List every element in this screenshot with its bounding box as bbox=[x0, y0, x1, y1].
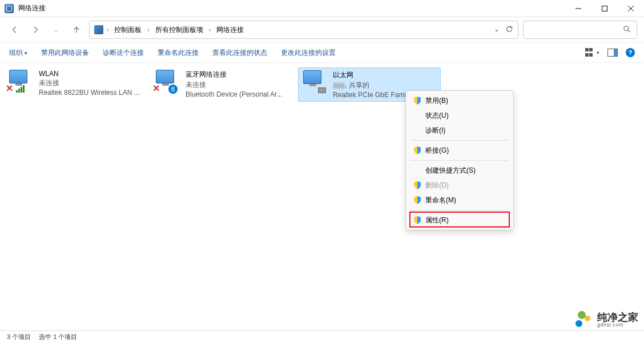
connection-wlan[interactable]: ✕ WLAN 未连接 Realtek 8822BU Wireless LAN .… bbox=[5, 67, 147, 99]
dropdown-icon[interactable]: ⌄ bbox=[494, 25, 500, 35]
ctx-label: 属性(R) bbox=[425, 216, 449, 225]
connection-bluetooth[interactable]: ✕ B 蓝牙网络连接 未连接 Bluetooth Device (Persona… bbox=[151, 67, 294, 101]
folder-icon bbox=[94, 25, 103, 34]
watermark-text-en: gdhst.com bbox=[597, 322, 638, 328]
back-button[interactable] bbox=[7, 22, 23, 38]
bluetooth-icon: ✕ B bbox=[154, 70, 181, 93]
separator bbox=[410, 160, 509, 161]
item-count: 3 个项目 bbox=[7, 333, 31, 341]
context-menu: 禁用(B) 状态(U) 诊断(I) 桥接(G) 创建快捷方式(S) 删除(D) … bbox=[405, 90, 514, 230]
connection-device: Realtek PCIe GbE Famil... bbox=[333, 91, 413, 99]
separator bbox=[410, 140, 509, 141]
chevron-right-icon: › bbox=[209, 27, 211, 33]
ctx-label: 创建快捷方式(S) bbox=[425, 166, 476, 176]
connection-status: ▮▮▮, 共享的 bbox=[333, 81, 413, 90]
connection-device: Realtek 8822BU Wireless LAN ... bbox=[39, 89, 140, 97]
shield-icon bbox=[414, 181, 421, 189]
organize-menu[interactable]: 组织 bbox=[9, 48, 27, 58]
search-icon bbox=[623, 25, 631, 35]
ethernet-icon bbox=[301, 70, 328, 93]
connection-status: 未连接 bbox=[39, 78, 140, 88]
selected-count: 选中 1 个项目 bbox=[39, 333, 77, 341]
search-input[interactable] bbox=[523, 21, 637, 39]
help-icon[interactable]: ? bbox=[626, 48, 635, 57]
connection-name: 以太网 bbox=[333, 70, 413, 80]
svg-line-5 bbox=[628, 30, 630, 32]
breadcrumb-root[interactable]: 控制面板 bbox=[112, 24, 144, 36]
watermark-logo bbox=[574, 311, 594, 328]
connection-name: 蓝牙网络连接 bbox=[186, 70, 282, 79]
ctx-delete: 删除(D) bbox=[406, 178, 513, 193]
nav-bar: ⌄ › 控制面板 › 所有控制面板项 › 网络连接 ⌄ bbox=[0, 17, 644, 42]
shield-icon bbox=[414, 146, 421, 154]
ctx-diagnose[interactable]: 诊断(I) bbox=[406, 123, 513, 138]
connection-name: WLAN bbox=[39, 70, 140, 78]
recent-button[interactable]: ⌄ bbox=[48, 22, 64, 38]
rename-button[interactable]: 重命名此连接 bbox=[158, 48, 199, 58]
status-bar: 3 个项目 选中 1 个项目 bbox=[0, 330, 644, 343]
ctx-properties[interactable]: 属性(R) bbox=[406, 213, 513, 228]
chevron-right-icon: › bbox=[107, 27, 108, 33]
view-mode-button[interactable]: ▾ bbox=[585, 48, 599, 57]
ctx-status[interactable]: 状态(U) bbox=[406, 108, 513, 123]
ctx-rename[interactable]: 重命名(M) bbox=[406, 193, 513, 208]
breadcrumb-mid[interactable]: 所有控制面板项 bbox=[153, 24, 206, 36]
ctx-label: 重命名(M) bbox=[425, 196, 456, 205]
separator bbox=[410, 210, 509, 210]
chevron-right-icon: › bbox=[147, 27, 149, 33]
watermark-text-zh: 纯净之家 bbox=[597, 312, 638, 322]
content-area: ✕ WLAN 未连接 Realtek 8822BU Wireless LAN .… bbox=[0, 63, 644, 330]
app-icon bbox=[5, 4, 14, 13]
ctx-disable[interactable]: 禁用(B) bbox=[406, 93, 513, 108]
refresh-icon[interactable] bbox=[505, 25, 513, 35]
connection-status: 未连接 bbox=[186, 80, 282, 90]
change-settings-button[interactable]: 更改此连接的设置 bbox=[281, 48, 336, 58]
ctx-label: 删除(D) bbox=[425, 181, 449, 190]
title-bar: 网络连接 bbox=[0, 0, 644, 17]
ctx-bridge[interactable]: 桥接(G) bbox=[406, 143, 513, 158]
breadcrumb-leaf[interactable]: 网络连接 bbox=[214, 24, 246, 36]
minimize-button[interactable] bbox=[565, 0, 591, 17]
view-status-button[interactable]: 查看此连接的状态 bbox=[212, 48, 267, 58]
wlan-icon: ✕ bbox=[7, 70, 34, 93]
svg-rect-1 bbox=[602, 6, 607, 11]
svg-point-4 bbox=[624, 26, 629, 30]
ctx-label: 桥接(G) bbox=[425, 146, 449, 155]
ctx-label: 诊断(I) bbox=[425, 126, 445, 135]
shield-icon bbox=[414, 97, 421, 105]
forward-button[interactable] bbox=[27, 22, 43, 38]
address-bar[interactable]: › 控制面板 › 所有控制面板项 › 网络连接 ⌄ bbox=[89, 21, 518, 39]
ctx-shortcut[interactable]: 创建快捷方式(S) bbox=[406, 163, 513, 178]
ctx-label: 状态(U) bbox=[425, 111, 449, 121]
maximize-button[interactable] bbox=[591, 0, 618, 17]
up-button[interactable] bbox=[69, 22, 84, 38]
connection-device: Bluetooth Device (Personal Ar... bbox=[186, 90, 282, 98]
disable-device-button[interactable]: 禁用此网络设备 bbox=[41, 48, 89, 58]
close-button[interactable] bbox=[618, 0, 644, 17]
shield-icon bbox=[414, 216, 421, 224]
diagnose-button[interactable]: 诊断这个连接 bbox=[103, 48, 144, 58]
watermark: 纯净之家 gdhst.com bbox=[574, 311, 638, 328]
preview-pane-button[interactable] bbox=[607, 49, 618, 57]
shield-icon bbox=[414, 196, 421, 204]
ctx-label: 禁用(B) bbox=[425, 96, 448, 106]
command-bar: 组织 禁用此网络设备 诊断这个连接 重命名此连接 查看此连接的状态 更改此连接的… bbox=[0, 42, 644, 63]
window-title: 网络连接 bbox=[18, 3, 46, 13]
